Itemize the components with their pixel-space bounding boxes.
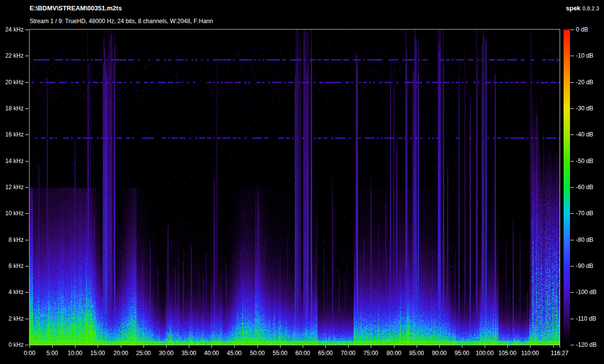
time-tick: [485, 345, 485, 348]
time-tick: [143, 345, 144, 348]
db-tick: [570, 108, 574, 109]
time-tick: [439, 345, 440, 348]
time-tick: [166, 345, 167, 348]
db-tick: [570, 161, 574, 162]
db-tick: [570, 82, 574, 83]
db-tick: [570, 292, 574, 293]
file-path-title: E:\BDMV\STREAM\00351.m2ts: [30, 4, 122, 12]
time-tick: [257, 345, 258, 348]
time-axis-label: 116:27: [546, 350, 573, 357]
freq-tick: [25, 134, 29, 135]
freq-tick: [25, 319, 29, 319]
freq-tick: [25, 56, 29, 56]
freq-axis-label: 0 kHz: [1, 341, 24, 348]
freq-tick: [25, 240, 29, 240]
db-axis-label: -120 dB: [576, 341, 597, 348]
db-axis-label: -50 dB: [576, 158, 593, 165]
time-tick: [371, 345, 371, 348]
time-tick: [75, 345, 75, 348]
time-tick: [417, 345, 417, 348]
db-axis-label: -90 dB: [576, 263, 593, 269]
db-axis-label: 0 dB: [576, 26, 588, 33]
freq-tick: [25, 30, 29, 30]
freq-axis-label: 14 kHz: [1, 158, 24, 165]
db-axis-label: -70 dB: [576, 210, 593, 217]
db-tick: [570, 56, 574, 56]
freq-axis-label: 22 kHz: [1, 52, 24, 59]
freq-axis-label: 18 kHz: [1, 105, 24, 112]
db-axis-label: -20 dB: [576, 79, 593, 86]
freq-tick: [25, 213, 29, 214]
freq-tick: [25, 345, 29, 345]
db-axis-label: -80 dB: [576, 236, 593, 243]
time-tick: [303, 345, 303, 348]
freq-axis-label: 10 kHz: [1, 210, 24, 217]
spek-window: E:\BDMV\STREAM\00351.m2ts spek0.8.2.3 St…: [0, 0, 604, 364]
db-tick: [570, 266, 574, 266]
freq-axis-label: 24 kHz: [1, 26, 24, 33]
freq-tick: [25, 292, 29, 293]
db-axis-label: -110 dB: [576, 315, 596, 322]
db-tick: [570, 345, 574, 345]
freq-axis-label: 2 kHz: [1, 315, 24, 322]
time-tick: [507, 345, 508, 348]
freq-tick: [25, 266, 29, 266]
time-tick: [394, 345, 394, 348]
app-version: 0.8.2.3: [582, 5, 599, 11]
time-tick: [30, 345, 30, 348]
freq-axis-label: 20 kHz: [1, 79, 24, 86]
freq-axis-label: 6 kHz: [1, 263, 24, 269]
time-tick: [325, 345, 326, 348]
freq-tick: [25, 187, 29, 188]
db-axis-label: -10 dB: [576, 52, 593, 59]
db-tick: [570, 213, 574, 214]
time-tick: [280, 345, 281, 348]
time-tick: [560, 345, 560, 348]
time-tick: [553, 345, 554, 348]
time-tick: [52, 345, 53, 348]
db-color-legend-bar: [564, 30, 570, 345]
time-tick: [98, 345, 98, 348]
freq-axis-label: 16 kHz: [1, 131, 24, 138]
freq-tick: [25, 108, 29, 109]
time-tick: [121, 345, 121, 348]
freq-axis-label: 4 kHz: [1, 289, 24, 296]
db-tick: [570, 134, 574, 135]
app-brand: spek0.8.2.3: [566, 4, 599, 12]
db-axis-label: -100 dB: [576, 289, 597, 296]
stream-info: Stream 1 / 9: TrueHD, 48000 Hz, 24 bits,…: [30, 18, 213, 25]
db-axis-label: -30 dB: [576, 105, 593, 112]
db-axis-label: -60 dB: [576, 184, 593, 191]
freq-tick: [25, 161, 29, 162]
time-tick: [212, 345, 212, 348]
time-tick: [348, 345, 349, 348]
freq-axis-label: 8 kHz: [1, 236, 24, 243]
freq-axis-label: 12 kHz: [1, 184, 24, 191]
app-name: spek: [566, 4, 581, 12]
plot-border: [29, 29, 560, 345]
time-tick: [530, 345, 531, 348]
time-axis-label: 110:00: [516, 350, 544, 357]
db-axis-label: -40 dB: [576, 131, 593, 138]
time-tick: [462, 345, 462, 348]
time-tick: [189, 345, 189, 348]
db-tick: [570, 240, 574, 240]
db-tick: [570, 30, 574, 30]
time-tick: [234, 345, 235, 348]
freq-tick: [25, 82, 29, 83]
db-tick: [570, 319, 574, 319]
db-tick: [570, 187, 574, 188]
